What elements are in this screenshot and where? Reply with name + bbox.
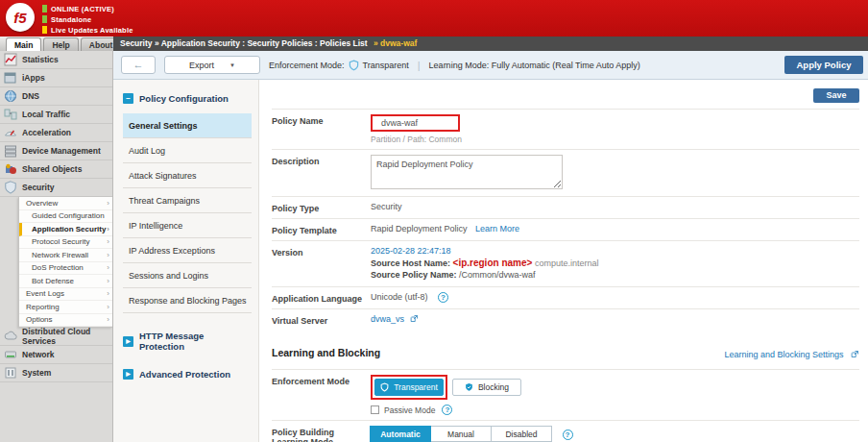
passive-mode-checkbox[interactable] xyxy=(371,405,379,414)
version-label: Version xyxy=(272,246,371,282)
export-dropdown-button[interactable]: Export ▼ xyxy=(164,56,260,74)
learn-more-link[interactable]: Learn More xyxy=(475,224,519,233)
caret-down-icon: ▼ xyxy=(229,62,235,68)
status-green-indicator xyxy=(42,5,47,12)
transparent-label: Transparent xyxy=(394,382,438,392)
sidebar-label: Security xyxy=(22,183,55,192)
sidebar-item-dns[interactable]: DNS xyxy=(0,87,112,106)
top-banner: f5 ONLINE (ACTIVE) Standalone Live Updat… xyxy=(0,0,868,37)
help-icon[interactable]: ? xyxy=(442,405,452,415)
version-date-link[interactable]: 2025-02-28 22:47:18 xyxy=(371,246,451,256)
apply-policy-button[interactable]: Apply Policy xyxy=(784,56,863,74)
description-label: Description xyxy=(272,155,371,191)
transparent-mode-button[interactable]: Transparent xyxy=(374,379,444,396)
acceleration-gauge-icon xyxy=(4,126,17,139)
policy-name-row: Policy Name dvwa-waf Partition / Path: C… xyxy=(272,109,859,149)
help-icon[interactable]: ? xyxy=(438,292,448,303)
collapse-minus-icon: − xyxy=(123,93,133,104)
policy-template-row: Policy Template Rapid Deployment Policy … xyxy=(272,218,859,240)
menu-item-audit-log[interactable]: Audit Log xyxy=(123,138,252,163)
submenu-item-guided-configuration[interactable]: Guided Configuration xyxy=(19,210,112,224)
description-textarea[interactable]: Rapid Deployment Policy xyxy=(371,155,563,189)
submenu-item-reporting[interactable]: Reporting› xyxy=(19,301,112,314)
tab-main[interactable]: Main xyxy=(6,37,41,51)
sidebar-item-acceleration[interactable]: Acceleration xyxy=(0,124,112,142)
section-advanced-protection[interactable]: ▶ Advanced Protection xyxy=(123,369,252,380)
sidebar-item-security[interactable]: Security xyxy=(0,179,112,197)
tab-help[interactable]: Help xyxy=(43,37,78,51)
submenu-label: Protocol Security xyxy=(32,237,89,246)
sidebar-label: System xyxy=(22,368,51,378)
save-row: Save xyxy=(272,80,859,109)
bigip-admin-ui: f5 ONLINE (ACTIVE) Standalone Live Updat… xyxy=(0,0,868,442)
sidebar-item-local-traffic[interactable]: Local Traffic xyxy=(0,106,112,124)
sidebar-item-system[interactable]: System xyxy=(0,364,112,382)
application-language-label: Application Language xyxy=(272,292,371,304)
chevron-right-icon: › xyxy=(107,289,109,298)
virtual-server-row: Virtual Server dvwa_vs xyxy=(272,308,859,331)
learning-mode-text: Learning Mode: Fully Automatic (Real Tim… xyxy=(429,61,640,70)
status-yellow-indicator xyxy=(42,26,47,34)
menu-item-response-and-blocking-pages[interactable]: Response and Blocking Pages xyxy=(123,288,252,313)
submenu-item-network-firewall[interactable]: Network Firewall› xyxy=(19,249,112,262)
sidebar-item-network[interactable]: Network xyxy=(0,346,112,364)
source-policy-name-label: Source Policy Name: xyxy=(371,270,457,280)
virtual-server-link[interactable]: dvwa_vs xyxy=(371,314,404,324)
chevron-right-icon: › xyxy=(107,315,109,324)
manual-option[interactable]: Manual xyxy=(430,426,492,442)
submenu-item-protocol-security[interactable]: Protocol Security› xyxy=(19,236,112,250)
transparent-annotation-box: Transparent xyxy=(371,375,447,400)
menu-item-ip-address-exceptions[interactable]: IP Address Exceptions xyxy=(123,238,252,263)
chevron-right-icon: › xyxy=(107,263,109,272)
automatic-option[interactable]: Automatic xyxy=(370,426,431,442)
menu-item-ip-intelligence[interactable]: IP Intelligence xyxy=(123,213,252,238)
device-status-list: ONLINE (ACTIVE) Standalone Live Updates … xyxy=(42,4,133,36)
sidebar-item-statistics[interactable]: Statistics xyxy=(0,51,112,69)
submenu-label: Overview xyxy=(26,199,58,208)
save-button[interactable]: Save xyxy=(813,88,859,103)
sidebar-item-shared-objects[interactable]: Shared Objects xyxy=(0,160,112,179)
menu-item-general-settings[interactable]: General Settings xyxy=(123,113,252,138)
security-submenu: Overview› Guided Configuration Applicati… xyxy=(18,197,112,328)
enforcement-mode-label: Enforcement Mode xyxy=(272,375,371,415)
submenu-item-dos-protection[interactable]: DoS Protection› xyxy=(19,262,112,276)
application-language-row: Application Language Unicode (utf-8) ? xyxy=(272,286,859,308)
expand-arrow-icon: ▶ xyxy=(123,336,133,347)
policy-name-label: Policy Name xyxy=(272,114,371,144)
external-link-icon xyxy=(851,350,859,358)
breadcrumb-current-policy[interactable]: » dvwa-waf xyxy=(374,38,417,48)
menu-item-attack-signatures[interactable]: Attack Signatures xyxy=(123,163,252,188)
disabled-option[interactable]: Disabled xyxy=(491,426,552,442)
breadcrumb: Security » Application Security : Securi… xyxy=(113,37,868,51)
sidebar-item-iapps[interactable]: iApps xyxy=(0,69,112,87)
blocking-label: Blocking xyxy=(478,382,509,392)
learning-blocking-settings-link[interactable]: Learning and Blocking Settings xyxy=(724,350,843,359)
chevron-right-icon: › xyxy=(107,199,109,208)
blocking-mode-button[interactable]: Blocking xyxy=(452,379,521,396)
sidebar-label: iApps xyxy=(22,73,45,83)
sidebar-item-device-management[interactable]: Device Management xyxy=(0,142,112,160)
policy-template-value: Rapid Deployment Policy xyxy=(371,224,468,233)
menu-item-sessions-and-logins[interactable]: Sessions and Logins xyxy=(123,263,252,288)
submenu-item-options[interactable]: Options› xyxy=(19,314,112,328)
toolbar-learning-status: Learning Mode: Fully Automatic (Real Tim… xyxy=(429,61,640,70)
learning-mode-segmented-control: Automatic Manual Disabled xyxy=(371,426,552,442)
section-http-message-protection[interactable]: ▶ HTTP Message Protection xyxy=(123,331,252,352)
submenu-item-application-security[interactable]: Application Security› xyxy=(19,223,112,236)
submenu-item-bot-defense[interactable]: Bot Defense› xyxy=(19,275,112,288)
sidebar-item-distributed-cloud-services[interactable]: Distributed Cloud Services xyxy=(0,328,112,346)
submenu-item-event-logs[interactable]: Event Logs› xyxy=(19,288,112,302)
menu-item-threat-campaigns[interactable]: Threat Campaigns xyxy=(123,188,252,213)
shield-check-icon xyxy=(465,382,473,392)
policy-type-row: Policy Type Security xyxy=(272,196,859,218)
help-icon[interactable]: ? xyxy=(563,430,573,440)
sidebar-label: Shared Objects xyxy=(22,164,82,174)
policy-configuration-header[interactable]: − Policy Configuration xyxy=(123,93,252,104)
security-shield-icon xyxy=(4,181,17,194)
submenu-item-overview[interactable]: Overview› xyxy=(19,197,112,210)
general-settings-form: Save Policy Name dvwa-waf Partition / Pa… xyxy=(272,80,859,442)
chevron-right-icon: › xyxy=(107,303,109,311)
shared-objects-icon xyxy=(4,162,17,176)
enforcement-mode-label: Enforcement Mode: xyxy=(269,61,345,70)
back-button[interactable]: ← xyxy=(121,56,156,74)
